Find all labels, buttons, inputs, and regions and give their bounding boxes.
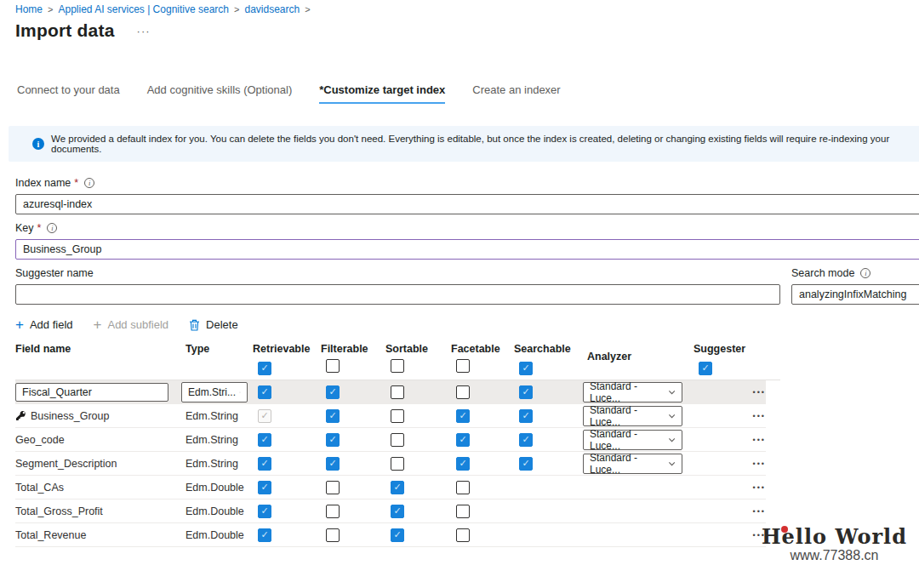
fields-toolbar: + Add field + Add subfield Delete	[15, 318, 238, 331]
sortable-checkbox[interactable]	[391, 481, 404, 494]
searchable-checkbox[interactable]	[519, 385, 533, 399]
key-label: Key	[15, 222, 34, 234]
breadcrumb-separator: >	[305, 4, 310, 14]
retrievable-header-checkbox[interactable]	[258, 362, 271, 375]
search-mode-info-icon[interactable]: i	[860, 268, 870, 278]
tab-create-an-indexer[interactable]: Create an indexer	[472, 83, 560, 104]
column-type: Type	[186, 343, 253, 355]
column-analyzer: Analyzer	[587, 343, 694, 363]
filterable-checkbox[interactable]	[326, 385, 340, 399]
searchable-checkbox[interactable]	[519, 433, 533, 447]
page-title: Import data	[15, 20, 115, 41]
filterable-checkbox[interactable]	[326, 505, 340, 518]
facetable-checkbox[interactable]	[456, 385, 470, 399]
index-name-input[interactable]	[15, 194, 919, 214]
retrievable-checkbox[interactable]	[258, 505, 271, 518]
tab-connect-to-your-data[interactable]: Connect to your data	[17, 83, 120, 104]
filterable-checkbox[interactable]	[326, 457, 340, 471]
key-info-icon[interactable]: i	[47, 223, 57, 233]
table-row-business_group[interactable]: Business_GroupEdm.StringStandard - Luce.…	[15, 404, 766, 428]
facetable-checkbox[interactable]	[456, 433, 470, 447]
delete-button[interactable]: Delete	[189, 318, 238, 331]
analyzer-dropdown[interactable]: Standard - Luce...	[583, 382, 682, 402]
key-field: Key * i	[15, 221, 919, 260]
suggester-name-input[interactable]	[15, 284, 780, 305]
tab-customize-target-index[interactable]: *Customize target index	[319, 83, 445, 104]
key-icon	[15, 410, 26, 421]
sortable-checkbox[interactable]	[391, 505, 404, 518]
retrievable-checkbox[interactable]	[258, 457, 271, 471]
retrievable-checkbox[interactable]	[258, 433, 271, 447]
add-field-button[interactable]: + Add field	[15, 318, 73, 331]
required-marker: *	[74, 177, 78, 189]
table-row-total_gross_profit[interactable]: Total_Gross_ProfitEdm.Double•••	[15, 500, 766, 523]
table-row-geo_code[interactable]: Geo_codeEdm.StringStandard - Luce...•••	[15, 428, 766, 452]
retrievable-checkbox[interactable]	[258, 385, 271, 399]
column-sortable: Sortable	[385, 343, 451, 355]
breadcrumb-davidsearch[interactable]: davidsearch	[244, 3, 300, 15]
filterable-checkbox[interactable]	[326, 481, 340, 494]
field-name-input[interactable]	[15, 383, 168, 402]
suggester-name-field: Suggester name	[15, 266, 780, 305]
row-menu-button[interactable]: •••	[753, 483, 766, 492]
field-name: Geo_code	[15, 434, 65, 446]
chevron-down-icon	[668, 436, 676, 444]
row-menu-button[interactable]: •••	[753, 388, 766, 397]
facetable-checkbox[interactable]	[456, 505, 470, 518]
table-body: Edm.Stri...Standard - Luce...•••Business…	[15, 380, 785, 547]
row-menu-button[interactable]: •••	[753, 507, 766, 516]
retrievable-checkbox[interactable]	[258, 528, 271, 542]
searchable-checkbox[interactable]	[519, 457, 533, 471]
row-menu-button[interactable]: •••	[753, 412, 766, 420]
searchable-checkbox[interactable]	[519, 409, 533, 423]
title-more-menu-icon[interactable]: ···	[137, 25, 151, 37]
analyzer-dropdown[interactable]: Standard - Luce...	[583, 406, 682, 426]
facetable-checkbox[interactable]	[456, 481, 470, 494]
search-mode-input[interactable]	[791, 284, 919, 305]
chevron-down-icon	[668, 412, 676, 420]
breadcrumb-separator: >	[48, 4, 53, 14]
filterable-checkbox[interactable]	[326, 409, 340, 423]
column-facetable: Facetable	[451, 343, 514, 355]
search-mode-field: Search mode i	[791, 266, 919, 305]
facetable-header-checkbox[interactable]	[456, 359, 470, 373]
field-name: Total_Revenue	[15, 529, 86, 541]
field-type: Edm.Double	[186, 482, 244, 494]
filterable-checkbox[interactable]	[326, 433, 340, 447]
add-subfield-button[interactable]: + Add subfield	[94, 318, 169, 331]
tab-add-cognitive-skills[interactable]: Add cognitive skills (Optional)	[147, 83, 293, 104]
field-type: Edm.String	[186, 458, 238, 470]
sortable-header-checkbox[interactable]	[391, 359, 404, 373]
facetable-checkbox[interactable]	[456, 528, 470, 542]
facetable-checkbox[interactable]	[456, 409, 470, 423]
row-menu-button[interactable]: •••	[753, 436, 766, 444]
add-subfield-label: Add subfield	[107, 318, 168, 331]
table-row-segment_description[interactable]: Segment_DescriptionEdm.StringStandard - …	[15, 452, 766, 476]
filterable-checkbox[interactable]	[326, 528, 340, 542]
suggester-header-checkbox[interactable]	[699, 362, 712, 375]
sortable-checkbox[interactable]	[391, 528, 404, 542]
plus-icon: +	[15, 319, 24, 331]
type-dropdown[interactable]: Edm.Stri...	[181, 382, 248, 402]
chevron-down-icon	[239, 388, 241, 397]
breadcrumb-separator: >	[234, 4, 239, 14]
breadcrumb-home[interactable]: Home	[15, 3, 43, 15]
table-row-total_cas[interactable]: Total_CAsEdm.Double•••	[15, 476, 766, 500]
filterable-header-checkbox[interactable]	[326, 359, 340, 373]
facetable-checkbox[interactable]	[456, 457, 470, 471]
field-type: Edm.String	[186, 410, 238, 422]
table-row-total_revenue[interactable]: Total_RevenueEdm.Double•••	[15, 523, 766, 547]
sortable-checkbox[interactable]	[391, 409, 404, 423]
table-row-fiscal_quarter[interactable]: Edm.Stri...Standard - Luce...•••	[15, 380, 766, 404]
index-name-info-icon[interactable]: i	[84, 178, 94, 188]
sortable-checkbox[interactable]	[391, 385, 404, 399]
sortable-checkbox[interactable]	[391, 433, 404, 447]
analyzer-dropdown[interactable]: Standard - Luce...	[583, 430, 682, 450]
breadcrumb-cognitive-search[interactable]: Applied AI services | Cognitive search	[58, 3, 229, 15]
analyzer-dropdown[interactable]: Standard - Luce...	[583, 454, 682, 474]
searchable-header-checkbox[interactable]	[519, 362, 533, 375]
row-menu-button[interactable]: •••	[753, 460, 766, 468]
sortable-checkbox[interactable]	[391, 457, 404, 471]
key-input[interactable]	[15, 239, 919, 260]
retrievable-checkbox[interactable]	[258, 481, 271, 494]
